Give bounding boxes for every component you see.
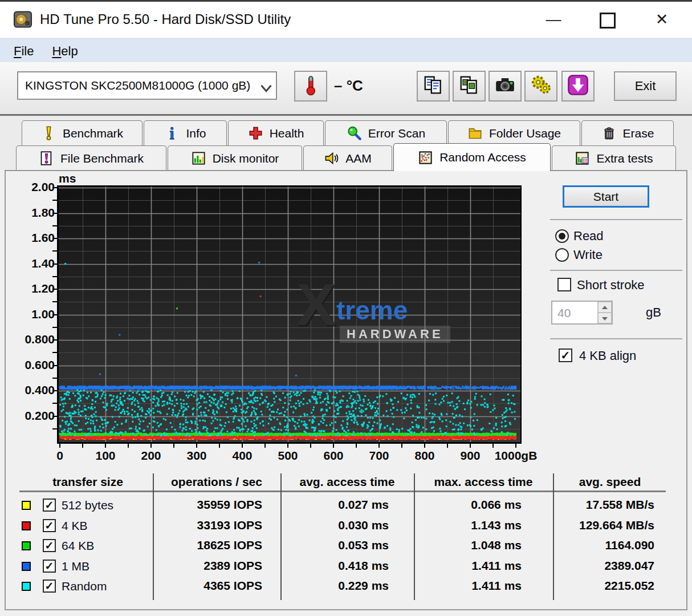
y-tick-mark — [52, 264, 57, 265]
x-tick-mark — [105, 444, 106, 448]
series-checkbox[interactable] — [43, 499, 56, 512]
y-tick-mark — [52, 213, 57, 214]
short-stroke-size-value: 40 — [557, 306, 571, 320]
tab-label: Random Access — [439, 151, 526, 164]
tab-label: AAM — [345, 152, 372, 165]
tab-benchmark[interactable]: Benchmark — [22, 120, 143, 145]
menu-item-file[interactable]: File — [5, 42, 43, 61]
camera-icon — [494, 74, 516, 98]
tab-error-scan[interactable]: Error Scan — [325, 120, 447, 145]
col-header-transfer-size: transfer size — [25, 475, 150, 489]
tab-label: Health — [270, 127, 304, 140]
file-benchmark-icon — [39, 151, 54, 166]
series-color-swatch — [22, 501, 31, 510]
y-tick-mark — [52, 352, 57, 353]
operations-value: 2389 IOPS — [154, 559, 262, 573]
write-label: Write — [573, 248, 603, 262]
series-color-swatch — [22, 582, 31, 591]
update-button[interactable] — [561, 71, 595, 102]
tab-strip: BenchmarkiInfoHealthError ScanFolder Usa… — [0, 116, 692, 170]
table-header-rule — [19, 491, 666, 492]
screenshot-button[interactable] — [489, 71, 522, 102]
y-tick-mark — [52, 276, 57, 277]
chevron-down-icon — [257, 78, 276, 93]
short-stroke-size-input[interactable]: 40 — [551, 301, 613, 325]
series-color-swatch — [22, 562, 31, 571]
write-radio[interactable] — [555, 248, 569, 262]
drive-select-dropdown[interactable]: KINGSTON SKC2500M81000G (1000 gB) — [17, 71, 277, 100]
y-tick-mark — [52, 187, 57, 188]
gb-unit-label: gB — [646, 305, 661, 320]
random-access-icon — [418, 150, 433, 165]
x-tick-mark — [59, 444, 60, 448]
y-tick-mark — [52, 339, 57, 341]
spin-up-button[interactable] — [598, 302, 612, 313]
error-scan-icon — [347, 125, 362, 141]
y-tick-label: 0.600 — [11, 358, 55, 372]
y-tick-label: 0.400 — [11, 383, 55, 397]
options-button[interactable] — [524, 71, 557, 102]
temperature-button[interactable] — [294, 71, 327, 102]
operations-value: 18625 IOPS — [154, 538, 262, 552]
exit-button[interactable]: Exit — [614, 71, 677, 101]
4kb-align-checkbox[interactable] — [559, 348, 572, 362]
transfer-size-label: Random — [62, 579, 107, 593]
download-icon — [567, 74, 589, 98]
avg-speed-value: 17.558 MB/s — [555, 498, 654, 512]
start-button[interactable]: Start — [563, 185, 649, 208]
transfer-size-label: 512 bytes — [62, 499, 113, 512]
x-tick-mark — [196, 444, 197, 448]
tab-health[interactable]: Health — [228, 120, 324, 145]
short-stroke-label: Short stroke — [577, 278, 645, 293]
series-checkbox[interactable] — [43, 560, 56, 573]
col-header-avg-speed: avg. speed — [555, 475, 665, 489]
tab-label: Erase — [623, 127, 654, 140]
x-tick-mark — [82, 444, 83, 448]
y-tick-label: 1.00 — [11, 307, 55, 321]
x-tick-label: 1000gB — [485, 449, 547, 463]
minimize-button[interactable]: — — [537, 6, 570, 33]
close-button[interactable]: ✕ — [645, 6, 678, 33]
avg-access-value: 0.053 ms — [282, 538, 389, 552]
series-checkbox[interactable] — [43, 579, 56, 593]
info-icon: i — [164, 125, 180, 141]
health-icon — [248, 125, 263, 141]
menu-item-help[interactable]: Help — [43, 42, 87, 61]
copy-image-button[interactable] — [453, 71, 486, 102]
max-access-value: 1.048 ms — [416, 538, 522, 552]
copy-text-button[interactable] — [417, 71, 450, 102]
table-row-random: Random4365 IOPS0.229 ms1.411 ms2215.052 — [17, 577, 667, 597]
tab-erase[interactable]: Erase — [581, 120, 674, 145]
operations-value: 4365 IOPS — [154, 579, 262, 593]
x-tick-mark — [173, 444, 174, 448]
short-stroke-checkbox[interactable] — [557, 278, 571, 291]
benchmark-icon — [41, 125, 56, 141]
tab-folder-usage[interactable]: Folder Usage — [448, 120, 580, 145]
transfer-size-label: 4 KB — [62, 519, 88, 533]
spin-down-button[interactable] — [598, 313, 612, 323]
series-checkbox[interactable] — [43, 519, 56, 532]
y-tick-mark — [52, 225, 57, 226]
tab-extra-tests[interactable]: Extra tests — [552, 145, 676, 171]
tab-random-access[interactable]: Random Access — [393, 143, 551, 171]
col-header-operations: operations / sec — [155, 475, 278, 489]
tab-aam[interactable]: AAM — [303, 145, 392, 171]
y-tick-mark — [52, 250, 57, 252]
title-bar: HD Tune Pro 5.50 - Hard Disk/SSD Utility… — [0, 2, 692, 38]
folder-icon — [467, 125, 483, 141]
read-radio[interactable] — [555, 229, 569, 243]
tab-info[interactable]: iInfo — [144, 120, 227, 145]
tab-disk-monitor[interactable]: Disk monitor — [168, 145, 302, 171]
max-access-value: 1.411 ms — [416, 559, 522, 573]
transfer-size-label: 64 KB — [62, 539, 94, 553]
separator — [550, 219, 682, 220]
random-access-chart: X treme HARDWARE — [57, 185, 522, 444]
tab-file-benchmark[interactable]: File Benchmark — [16, 145, 166, 171]
series-checkbox[interactable] — [43, 539, 56, 552]
y-tick-mark — [52, 428, 57, 429]
maximize-button[interactable] — [591, 6, 624, 33]
y-axis-unit-label: ms — [59, 172, 76, 185]
operations-value: 35959 IOPS — [154, 498, 262, 512]
window-title: HD Tune Pro 5.50 - Hard Disk/SSD Utility — [40, 11, 291, 27]
tab-label: Benchmark — [63, 127, 123, 140]
